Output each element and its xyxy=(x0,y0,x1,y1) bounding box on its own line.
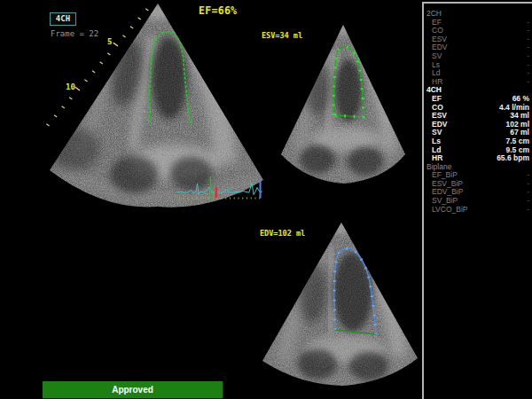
ultrasound-texture-esv xyxy=(266,20,421,188)
ecg-marker-red xyxy=(215,188,218,199)
measurement-value: - xyxy=(527,78,532,87)
edv-readout: EDV=102 ml xyxy=(260,229,305,238)
measurement-row-sv: SV- xyxy=(424,52,532,61)
measurement-panel: 2CHEF-CO-ESV-EDV-SV-Ls-Ld-HR-4CHEF66 %CO… xyxy=(422,2,532,399)
approve-button[interactable]: Approved xyxy=(43,381,223,398)
measurement-row-lvco_bip: LVCO_BiP- xyxy=(424,206,532,215)
frame-counter: Frame = 22 xyxy=(51,29,98,38)
echo-viewport-edv[interactable] xyxy=(257,219,426,396)
measurement-value: - xyxy=(527,206,532,215)
measurement-panel-rows: 2CHEF-CO-ESV-EDV-SV-Ls-Ld-HR-4CHEF66 %CO… xyxy=(424,10,532,214)
echo-image-esv xyxy=(266,20,421,188)
echo-viewport-4ch[interactable] xyxy=(0,0,275,217)
measurement-label: LVCO_BiP xyxy=(432,206,467,215)
ultrasound-texture-edv xyxy=(257,219,426,396)
depth-label-10: 10 xyxy=(66,82,75,91)
measurement-value: 65.6 bpm xyxy=(497,154,532,163)
esv-readout: ESV=34 ml xyxy=(262,31,302,40)
echo-image-edv xyxy=(257,219,426,396)
echo-viewport-esv[interactable] xyxy=(266,20,421,188)
ef-readout: EF=66% xyxy=(199,4,237,17)
depth-label-5: 5 xyxy=(107,37,112,46)
echo-image-4ch xyxy=(0,0,275,217)
view-label-box: 4CH xyxy=(50,12,76,26)
measurement-row-ls: Ls- xyxy=(424,61,532,70)
